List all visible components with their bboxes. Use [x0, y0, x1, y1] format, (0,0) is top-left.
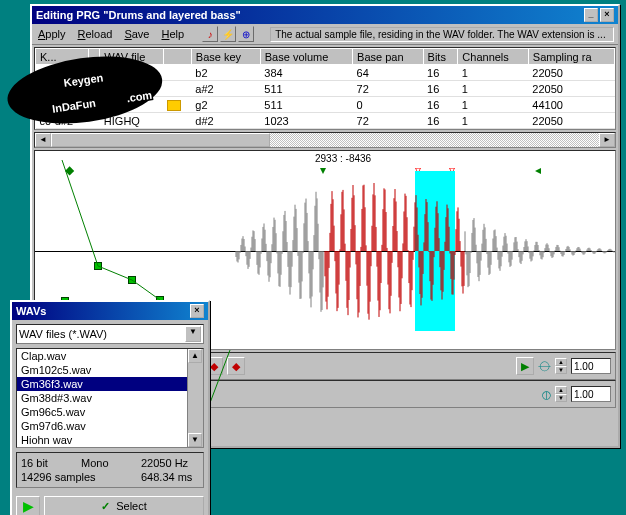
menu-apply[interactable]: Apply — [36, 27, 68, 41]
list-item[interactable]: Gm96c5.wav — [17, 405, 203, 419]
table-cell: g2 — [191, 97, 260, 113]
table-header[interactable]: Base volume — [260, 49, 352, 65]
list-item[interactable]: Hiohn wav — [17, 433, 203, 447]
table-cell: 22050 — [528, 113, 614, 129]
table-cell — [163, 81, 191, 97]
table-cell: 64 — [353, 65, 424, 81]
table-cell: 22050 — [528, 65, 614, 81]
wav-channels: Mono — [81, 457, 139, 469]
table-header[interactable]: WAV file — [100, 49, 164, 65]
spin1-up[interactable]: ▲ — [555, 358, 567, 366]
envelope-handle[interactable] — [128, 276, 136, 284]
editor-titlebar: Editing PRG "Drums and layered bass" _ × — [32, 6, 618, 24]
table-row[interactable]: c0-d#2HIGHQd#210237216122050 — [36, 113, 615, 129]
list-item[interactable]: Gm97d6.wav — [17, 419, 203, 433]
wavs-titlebar: WAVs × — [12, 302, 208, 320]
wavs-close-button[interactable]: × — [190, 304, 204, 318]
table-cell: HIGHQ — [100, 113, 164, 129]
wav-select-button[interactable]: ✓ Select — [44, 496, 204, 515]
wavs-window: WAVs × WAV files (*.WAV) ▼ Clap.wavGm102… — [10, 300, 210, 515]
table-cell: a#2 — [191, 81, 260, 97]
list-item[interactable]: Gm38d#3.wav — [17, 391, 203, 405]
menu-save[interactable]: Save — [122, 27, 151, 41]
table-header[interactable]: Channels — [458, 49, 529, 65]
scroll-up-button[interactable]: ▲ — [188, 349, 202, 363]
table-header[interactable]: Sampling ra — [528, 49, 614, 65]
list-item[interactable]: Gm36f3.wav — [17, 377, 203, 391]
table-cell: 72 — [353, 113, 424, 129]
minimize-button[interactable]: _ — [584, 8, 598, 22]
folder-icon[interactable] — [167, 100, 181, 111]
table-cell: 384 — [260, 65, 352, 81]
table-cell — [88, 97, 99, 113]
table-cell: d#2 — [191, 113, 260, 129]
menu-help[interactable]: Help — [160, 27, 187, 41]
table-header[interactable] — [163, 49, 191, 65]
tool-icon-2[interactable]: ⚡ — [220, 26, 236, 42]
table-scrollbar[interactable]: ◄ ► — [34, 132, 616, 148]
table-cell: 16 — [423, 65, 458, 81]
sample-table: K...WAV fileBase keyBase volumeBase panB… — [34, 47, 616, 130]
table-cell: 1 — [458, 97, 529, 113]
wav-file-list[interactable]: Clap.wavGm102c5.wavGm36f3.wavGm38d#3.wav… — [16, 348, 204, 448]
wavs-title: WAVs — [16, 305, 190, 317]
zoom-v-icon: ⦶ — [542, 386, 551, 403]
menubar: Apply Reload Save Help ♪ ⚡ ⊕ The actual … — [32, 24, 618, 45]
table-header[interactable]: Bits — [423, 49, 458, 65]
zoom-h-input[interactable] — [571, 358, 611, 374]
table-row[interactable]: SLAPa#25117216122050 — [36, 81, 615, 97]
spin2-down[interactable]: ▼ — [555, 394, 567, 402]
wav-filter-combo[interactable]: WAV files (*.WAV) ▼ — [16, 324, 204, 344]
table-cell — [88, 113, 99, 129]
editor-title: Editing PRG "Drums and layered bass" — [36, 9, 584, 21]
menu-reload[interactable]: Reload — [76, 27, 115, 41]
tool-icon-1[interactable]: ♪ — [202, 26, 218, 42]
table-cell: 72 — [353, 81, 424, 97]
waveform-svg — [235, 171, 615, 331]
table-header[interactable]: K... — [36, 49, 89, 65]
table-cell — [163, 65, 191, 81]
scroll-thumb[interactable] — [51, 133, 270, 147]
file-list-scrollbar[interactable]: ▲ ▼ — [187, 349, 203, 447]
table-header[interactable]: Base key — [191, 49, 260, 65]
scroll-right-button[interactable]: ► — [599, 133, 615, 147]
spin1-down[interactable]: ▼ — [555, 366, 567, 374]
list-item[interactable]: Clap.wav — [17, 349, 203, 363]
table-cell — [36, 97, 89, 113]
select-label: Select — [116, 500, 147, 512]
spin2-up[interactable]: ▲ — [555, 386, 567, 394]
combo-dropdown-icon[interactable]: ▼ — [185, 326, 201, 342]
tool-icon-3[interactable]: ⊕ — [238, 26, 254, 42]
envelope-handle[interactable] — [94, 262, 102, 270]
rec-4-button[interactable]: ◆ — [227, 357, 245, 375]
table-cell: 1 — [458, 113, 529, 129]
wav-info-panel: 16 bit Mono 22050 Hz 14296 samples 648.3… — [16, 452, 204, 488]
marker-start-icon[interactable]: ◆ — [65, 163, 74, 177]
table-cell: 0 — [353, 97, 424, 113]
list-item[interactable]: Gm102c5.wav — [17, 363, 203, 377]
table-cell: SLAP — [100, 81, 164, 97]
check-icon: ✓ — [101, 500, 110, 513]
zoom-h-icon: ⦵ — [538, 358, 551, 375]
table-row[interactable]: 2b23846416122050 — [36, 65, 615, 81]
table-header[interactable]: Base pan — [353, 49, 424, 65]
table-cell — [163, 113, 191, 129]
close-button[interactable]: × — [600, 8, 614, 22]
table-cell: 16 — [423, 113, 458, 129]
table-cell: 16 — [423, 81, 458, 97]
zoom-v-input[interactable] — [571, 386, 611, 402]
wav-preview-play-button[interactable]: ▶ — [16, 496, 40, 515]
table-cell: b2 — [191, 65, 260, 81]
table-cell: 44100 — [528, 97, 614, 113]
scroll-down-button[interactable]: ▼ — [188, 433, 202, 447]
scroll-left-button[interactable]: ◄ — [35, 133, 51, 147]
play-all-button[interactable]: ▶ — [516, 357, 534, 375]
table-cell: 511 — [260, 97, 352, 113]
wav-duration: 648.34 ms — [141, 471, 199, 483]
table-cell — [163, 97, 191, 113]
table-cell: 1023 — [260, 113, 352, 129]
table-row[interactable]: TOMg2511016144100 — [36, 97, 615, 113]
table-cell — [36, 81, 89, 97]
table-header[interactable] — [88, 49, 99, 65]
table-cell: 16 — [423, 97, 458, 113]
